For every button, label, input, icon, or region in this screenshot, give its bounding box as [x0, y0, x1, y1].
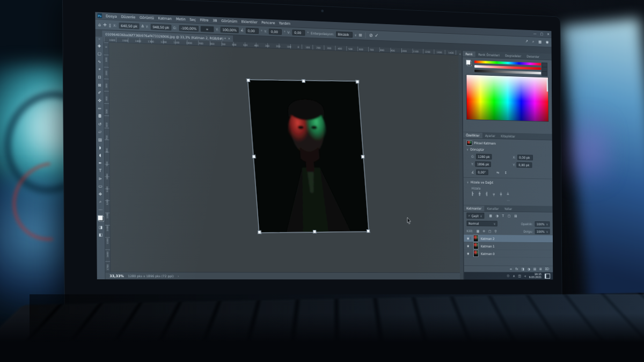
adjustment-layer-icon[interactable]: ◑: [528, 267, 530, 271]
layer-filter-icon[interactable]: ▩: [489, 214, 492, 218]
menu-item[interactable]: Filtre: [200, 18, 209, 22]
transform-bounding-box[interactable]: [247, 79, 369, 233]
align-icon[interactable]: ╢: [486, 192, 488, 197]
transform-handle[interactable]: [302, 79, 305, 83]
align-icon[interactable]: ╟: [472, 192, 474, 196]
color-spectrum-picker[interactable]: [466, 74, 548, 122]
menu-item[interactable]: Yardım: [279, 21, 290, 26]
align-icon[interactable]: ╤: [493, 192, 495, 197]
commit-transform-button[interactable]: ✓: [375, 33, 378, 38]
layer-row[interactable]: ◉ Katman 0: [464, 250, 553, 258]
align-section-title[interactable]: Hizala ve Dağıt: [471, 180, 493, 185]
cancel-transform-button[interactable]: ⊘: [369, 33, 373, 38]
menu-item[interactable]: Görünüm: [221, 19, 237, 24]
align-icon[interactable]: ╫: [479, 192, 481, 196]
panel-tab[interactable]: Renk Örnekleri: [475, 52, 502, 58]
menu-item[interactable]: Pencere: [261, 20, 275, 25]
visibility-eye-icon[interactable]: ◉: [466, 252, 471, 255]
blend-mode-select[interactable]: Normal∨: [466, 221, 497, 227]
delete-layer-icon[interactable]: ⌦: [545, 267, 550, 271]
chevron-down-icon[interactable]: ∨: [466, 148, 469, 151]
reference-point-widget[interactable]: ⣿: [109, 23, 111, 27]
people-icon[interactable]: ⚇: [507, 274, 509, 278]
tool-clone-stamp[interactable]: ◘: [96, 112, 104, 120]
warp-mode-icon[interactable]: ⊞: [358, 32, 362, 37]
tool-zoom[interactable]: ⌕: [97, 198, 105, 206]
restore-button[interactable]: ▢: [540, 32, 544, 36]
tool-shape[interactable]: ▭: [97, 183, 105, 191]
tool-marquee[interactable]: ▢: [96, 50, 104, 58]
panel-color-swatches[interactable]: [466, 60, 472, 66]
layer-filter-icon[interactable]: ◑: [496, 214, 499, 218]
hue-slider[interactable]: [474, 61, 541, 66]
tool-object-selection[interactable]: ⌖: [96, 66, 104, 74]
panel-tab[interactable]: Desenler: [524, 53, 542, 59]
tool-type[interactable]: T: [96, 167, 104, 175]
visibility-eye-icon[interactable]: ◉: [466, 244, 471, 248]
flip-vertical-icon[interactable]: ↕: [504, 171, 507, 175]
align-icon[interactable]: ╪: [500, 192, 502, 197]
layer-thumbnail[interactable]: [473, 250, 479, 257]
tool-eraser[interactable]: ▱: [96, 128, 104, 136]
transform-handle[interactable]: [356, 80, 360, 84]
tool-hand[interactable]: ✥: [97, 190, 105, 198]
minimize-button[interactable]: —: [533, 32, 537, 36]
fill-select[interactable]: 100%∨: [535, 229, 550, 234]
notification-center-icon[interactable]: [545, 273, 550, 278]
layer-filter-icon[interactable]: ▤: [514, 214, 517, 219]
transform-handle[interactable]: [252, 155, 256, 158]
panel-tab[interactable]: Kanallar: [484, 206, 501, 212]
quick-mask-icon[interactable]: ◨: [97, 223, 105, 231]
layer-effects-icon[interactable]: fx: [515, 267, 518, 271]
menu-item[interactable]: Seç: [189, 17, 196, 21]
panel-tab[interactable]: Renk: [463, 51, 475, 57]
display-icon[interactable]: ◫: [518, 274, 521, 278]
transform-handle[interactable]: [258, 230, 261, 234]
angle-input[interactable]: 0,00: [246, 27, 259, 34]
taskbar-clock[interactable]: 18:15 9.03.2021: [529, 273, 542, 279]
width-input[interactable]: -100,00%: [179, 25, 199, 31]
canvas[interactable]: [109, 42, 460, 272]
chevron-down-icon[interactable]: ∨: [467, 181, 469, 184]
lock-icon[interactable]: ✛: [482, 229, 485, 233]
menu-item[interactable]: Görüntü: [140, 15, 154, 20]
prop-height-input[interactable]: 1896 pk: [475, 161, 491, 167]
lock-icon[interactable]: ▢: [488, 229, 491, 234]
foreground-background-swatches[interactable]: [97, 215, 104, 222]
prop-width-input[interactable]: 1280 pk: [476, 154, 492, 160]
search-icon[interactable]: ⌕: [532, 39, 535, 44]
layer-row[interactable]: ◉ Katman 2: [464, 235, 553, 243]
workspace-icon[interactable]: ◉: [546, 40, 549, 45]
home-icon[interactable]: ⌂: [98, 22, 101, 27]
interpolation-select[interactable]: Bikübik: [336, 31, 353, 38]
layer-name[interactable]: Katman 1: [481, 244, 495, 248]
panel-tab[interactable]: Degradeler: [502, 53, 524, 59]
close-tab-icon[interactable]: ✕: [228, 37, 230, 40]
volume-icon[interactable]: ◃: [524, 274, 526, 278]
layer-filter-icon[interactable]: ▢: [508, 214, 510, 218]
menu-item[interactable]: Eklentiler: [241, 19, 258, 24]
vskew-input[interactable]: 0,00: [292, 30, 305, 36]
height-input[interactable]: 100,00%: [221, 26, 239, 33]
spectrum-scrollbar[interactable]: [547, 79, 548, 91]
status-chevron-icon[interactable]: ›: [178, 274, 179, 278]
tool-blur[interactable]: ◗: [96, 143, 104, 151]
opacity-select[interactable]: 100%∨: [535, 221, 550, 227]
menu-item[interactable]: Katman: [158, 16, 172, 21]
layer-row[interactable]: ◉ Katman 1: [464, 242, 553, 250]
visibility-eye-icon[interactable]: ◉: [466, 237, 471, 240]
toolbar-collapse-icon[interactable]: »: [98, 37, 100, 42]
transform-handle[interactable]: [367, 229, 370, 233]
panel-tab[interactable]: Ayarlar: [482, 133, 498, 139]
layer-thumbnail[interactable]: [473, 242, 479, 249]
tool-dodge[interactable]: ◖: [96, 151, 104, 160]
close-button[interactable]: ✕: [547, 32, 550, 37]
lock-icon[interactable]: ⚲: [494, 229, 496, 234]
tool-frame[interactable]: ⊠: [96, 81, 104, 89]
tool-path-select[interactable]: ⊳: [96, 175, 104, 183]
panel-tab[interactable]: Katmanlar: [464, 205, 484, 211]
layer-filter-icon[interactable]: T: [502, 214, 504, 218]
align-icon[interactable]: ╧: [507, 192, 509, 197]
transform-section-title[interactable]: Dönüştür: [470, 148, 484, 152]
transform-handle[interactable]: [313, 230, 317, 234]
